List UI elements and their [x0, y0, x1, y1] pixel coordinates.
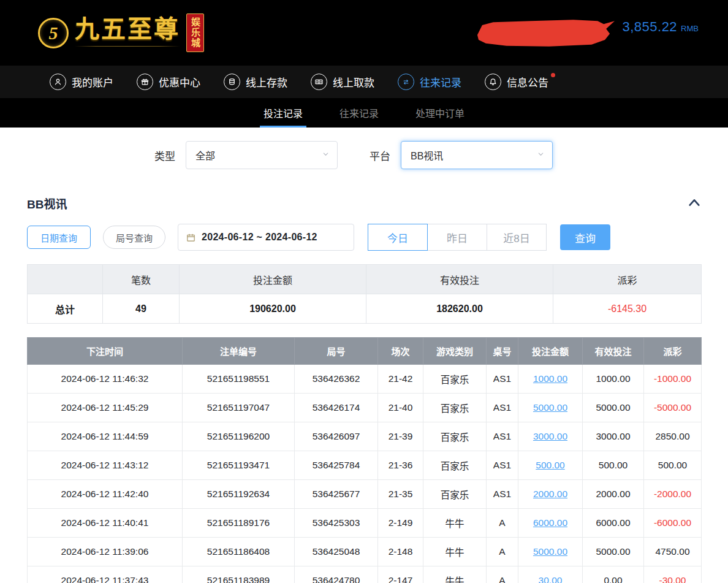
table-row: 2024-06-12 11:43:12 521651193471 5364257…: [28, 451, 702, 480]
cell-bet-amount-link[interactable]: 30.00: [518, 566, 583, 583]
cell-round-no: 536425677: [295, 480, 378, 509]
tab-processing-orders[interactable]: 处理中订单: [412, 98, 468, 128]
cell-game-type: 百家乐: [423, 422, 487, 451]
cell-valid-bet: 6000.00: [583, 509, 644, 538]
cell-game-type: 牛牛: [423, 566, 487, 583]
cell-table-no: AS1: [487, 451, 518, 480]
type-select[interactable]: 全部: [186, 141, 338, 169]
gift-icon: [137, 74, 153, 90]
cell-valid-bet: 5000.00: [583, 394, 644, 422]
nav-item-my-account[interactable]: 我的账户: [38, 66, 125, 98]
last-8-days-button[interactable]: 近8日: [487, 224, 547, 251]
nav-item-transaction-records[interactable]: 往来记录: [386, 66, 473, 98]
cell-valid-bet: 3000.00: [583, 422, 644, 451]
filter-row: 类型 全部 平台 BB视讯: [0, 128, 728, 184]
cell-game-type: 牛牛: [423, 509, 487, 538]
cell-bet-amount-link[interactable]: 1000.00: [518, 365, 583, 394]
table-row: 2024-06-12 11:44:59 521651196200 5364260…: [28, 422, 702, 451]
summary-count-value: 49: [103, 294, 180, 324]
cell-session: 21-42: [378, 365, 423, 394]
cell-table-no: A: [487, 509, 518, 538]
cell-round-no: 536426097: [295, 422, 378, 451]
cell-session: 2-149: [378, 509, 423, 538]
header-valid-bet: 有效投注: [583, 338, 644, 365]
cell-bet-id: 521651192634: [183, 480, 295, 509]
tab-label: 往来记录: [339, 105, 379, 120]
platform-section-title: BB视讯: [27, 195, 67, 211]
cell-payout: 500.00: [644, 451, 702, 480]
logo-badge: 娱乐城: [186, 13, 204, 52]
cell-bet-amount-link[interactable]: 3000.00: [518, 422, 583, 451]
cell-bet-time: 2024-06-12 11:45:29: [28, 394, 183, 422]
cell-game-type: 百家乐: [423, 451, 487, 480]
record-subtabs: 投注记录 往来记录 处理中订单: [0, 98, 728, 128]
summary-valid-bet-value: 182620.00: [366, 294, 553, 324]
cell-game-type: 牛牛: [423, 538, 487, 566]
nav-item-online-withdrawal[interactable]: 线上取款: [299, 66, 386, 98]
cell-game-type: 百家乐: [423, 394, 487, 422]
header-session: 场次: [378, 338, 423, 365]
nav-label: 信息公告: [507, 74, 548, 90]
cell-session: 2-148: [378, 538, 423, 566]
cell-round-no: 536425048: [295, 538, 378, 566]
top-header: 5 九五至尊 娱乐城 3,855.22 RMB: [0, 0, 728, 66]
search-button[interactable]: 查询: [560, 224, 610, 250]
bell-icon: [485, 74, 501, 90]
nav-item-online-deposit[interactable]: 线上存款: [212, 66, 299, 98]
chevron-down-icon: [322, 150, 330, 161]
nav-item-promotions[interactable]: 优惠中心: [125, 66, 212, 98]
bet-table-header-row: 下注时间 注单编号 局号 场次 游戏类别 桌号 投注金额 有效投注 派彩: [28, 338, 702, 365]
cell-game-type: 百家乐: [423, 365, 487, 394]
chevron-down-icon: [537, 150, 545, 161]
summary-table: 笔数 投注金额 有效投注 派彩 总计 49 190620.00 182620.0…: [27, 264, 702, 324]
header-bet-id: 注单编号: [183, 338, 295, 365]
cell-bet-time: 2024-06-12 11:37:43: [28, 566, 183, 583]
user-icon: [50, 74, 66, 90]
cell-payout: 2850.00: [644, 422, 702, 451]
yesterday-button[interactable]: 昨日: [427, 224, 487, 251]
cell-session: 21-40: [378, 394, 423, 422]
round-query-button[interactable]: 局号查询: [103, 226, 165, 249]
cell-bet-amount-link[interactable]: 6000.00: [518, 509, 583, 538]
platform-filter-label: 平台: [370, 148, 390, 163]
cell-bet-id: 521651198551: [183, 365, 295, 394]
deposit-coins-icon: [224, 74, 240, 90]
tab-label: 投注记录: [264, 105, 303, 120]
transfer-arrows-icon: [398, 74, 414, 90]
cell-bet-time: 2024-06-12 11:39:06: [28, 538, 183, 566]
nav-label: 线上取款: [333, 74, 374, 90]
summary-header-empty: [28, 265, 103, 294]
nav-label: 优惠中心: [159, 74, 200, 90]
platform-select[interactable]: BB视讯: [401, 141, 553, 169]
cell-round-no: 536426174: [295, 394, 378, 422]
quick-date-group: 今日 昨日 近8日: [368, 224, 547, 251]
cell-bet-amount-link[interactable]: 2000.00: [518, 480, 583, 509]
summary-bet-amount-value: 190620.00: [180, 294, 366, 324]
cell-bet-amount-link[interactable]: 5000.00: [518, 538, 583, 566]
cell-payout: -5000.00: [644, 394, 702, 422]
cell-round-no: 536426362: [295, 365, 378, 394]
calendar-icon: [186, 232, 196, 243]
cell-bet-amount-link[interactable]: 500.00: [518, 451, 583, 480]
date-query-button[interactable]: 日期查询: [27, 226, 91, 249]
cell-payout: 4750.00: [644, 538, 702, 566]
date-range-input[interactable]: 2024-06-12 ~ 2024-06-12: [178, 224, 354, 251]
cell-bet-time: 2024-06-12 11:46:32: [28, 365, 183, 394]
site-logo[interactable]: 5 九五至尊 娱乐城: [38, 13, 204, 52]
nav-item-announcements[interactable]: 信息公告: [473, 66, 560, 98]
cell-session: 2-147: [378, 566, 423, 583]
today-button[interactable]: 今日: [368, 224, 428, 251]
cell-bet-id: 521651189176: [183, 509, 295, 538]
page: 5 九五至尊 娱乐城 3,855.22 RMB 我的账户: [0, 0, 728, 583]
summary-header-payout: 派彩: [553, 265, 702, 294]
chevron-up-icon[interactable]: [688, 197, 701, 210]
cell-bet-amount-link[interactable]: 5000.00: [518, 394, 583, 422]
cell-valid-bet: 2000.00: [583, 480, 644, 509]
logo-flourish-ornament: [75, 44, 180, 48]
table-row: 2024-06-12 11:39:06 521651186408 5364250…: [28, 538, 702, 566]
table-row: 2024-06-12 11:45:29 521651197047 5364261…: [28, 394, 702, 422]
nav-label: 往来记录: [420, 74, 461, 90]
tab-bet-records[interactable]: 投注记录: [260, 98, 306, 128]
summary-header-count: 笔数: [103, 265, 180, 294]
tab-transaction-records[interactable]: 往来记录: [336, 98, 382, 128]
